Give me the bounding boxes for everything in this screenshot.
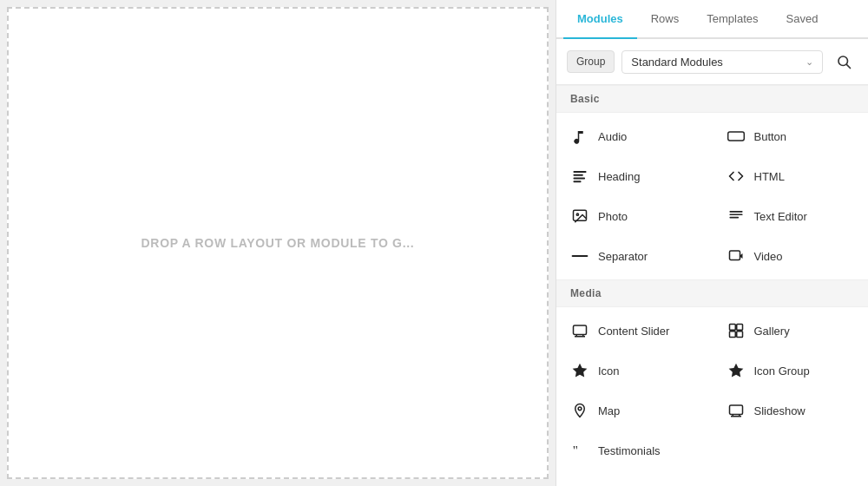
svg-marker-24: [728, 364, 743, 378]
section-media-header: Media: [556, 279, 868, 307]
module-label-button: Button: [754, 130, 787, 143]
svg-text:": ": [573, 443, 578, 457]
button-icon: [727, 127, 746, 146]
module-list: Basic Audio Button Heading: [556, 85, 868, 486]
svg-point-8: [576, 213, 578, 215]
filter-row: Group Standard Modules ⌄: [556, 39, 868, 85]
svg-rect-10: [729, 213, 742, 215]
html-icon: [727, 167, 746, 186]
svg-rect-4: [574, 174, 583, 176]
svg-rect-3: [574, 171, 587, 173]
module-item-photo[interactable]: Photo: [556, 196, 713, 236]
module-item-separator[interactable]: Separator: [556, 236, 713, 276]
svg-rect-13: [729, 251, 740, 260]
chevron-down-icon: ⌄: [806, 56, 813, 68]
right-panel: Modules Rows Templates Saved Group Stand…: [556, 0, 868, 486]
audio-icon: [570, 127, 589, 146]
module-label-separator: Separator: [598, 250, 648, 263]
svg-rect-7: [574, 210, 587, 220]
module-label-audio: Audio: [598, 130, 627, 143]
svg-line-1: [846, 64, 850, 68]
module-item-slideshow[interactable]: Slideshow: [713, 391, 869, 430]
module-label-video: Video: [754, 250, 783, 263]
module-label-content-slider: Content Slider: [598, 325, 669, 338]
text-editor-icon: [727, 207, 746, 226]
tab-saved[interactable]: Saved: [773, 0, 832, 39]
svg-rect-19: [729, 325, 735, 331]
tab-templates[interactable]: Templates: [693, 0, 772, 39]
search-icon: [836, 54, 852, 69]
separator-icon: [570, 246, 589, 266]
module-item-gallery[interactable]: Gallery: [713, 311, 869, 351]
media-module-grid: Content Slider Gallery Icon: [556, 307, 868, 474]
svg-rect-11: [729, 217, 739, 219]
svg-rect-9: [729, 211, 742, 213]
group-badge: Group: [567, 50, 615, 73]
module-dropdown-value: Standard Modules: [631, 56, 806, 69]
module-item-icon-group[interactable]: Icon Group: [713, 351, 869, 391]
icon-group-icon: [727, 361, 746, 380]
tab-rows[interactable]: Rows: [637, 0, 694, 39]
module-label-icon-group: Icon Group: [754, 364, 810, 378]
module-item-icon[interactable]: Icon: [556, 351, 713, 391]
map-icon: [570, 401, 589, 420]
basic-module-grid: Audio Button Heading HTML: [556, 113, 868, 279]
module-item-button[interactable]: Button: [713, 116, 869, 156]
svg-rect-21: [729, 332, 735, 338]
module-item-html[interactable]: HTML: [713, 156, 869, 196]
svg-rect-15: [574, 325, 587, 335]
module-item-heading[interactable]: Heading: [556, 156, 713, 196]
search-button[interactable]: [830, 48, 858, 76]
svg-rect-6: [574, 181, 582, 182]
canvas-placeholder-text: DROP A ROW LAYOUT OR MODULE TO G...: [141, 236, 415, 250]
svg-marker-23: [573, 364, 588, 378]
tab-bar: Modules Rows Templates Saved: [556, 0, 868, 39]
module-label-icon: Icon: [598, 364, 620, 378]
slideshow-icon: [727, 401, 746, 420]
module-item-map[interactable]: Map: [556, 391, 713, 430]
section-basic-header: Basic: [556, 85, 868, 113]
svg-rect-26: [729, 405, 742, 415]
module-label-slideshow: Slideshow: [754, 404, 806, 417]
content-slider-icon: [570, 321, 589, 340]
icon-module-icon: [570, 361, 589, 380]
module-label-html: HTML: [754, 170, 785, 183]
module-label-testimonials: Testimonials: [598, 444, 661, 457]
module-item-content-slider[interactable]: Content Slider: [556, 311, 713, 351]
gallery-icon: [727, 321, 746, 340]
svg-rect-5: [574, 178, 586, 180]
module-label-photo: Photo: [598, 210, 628, 223]
video-icon: [727, 246, 746, 266]
module-label-gallery: Gallery: [754, 325, 790, 338]
module-label-heading: Heading: [598, 170, 640, 183]
svg-rect-20: [736, 325, 742, 331]
module-item-testimonials[interactable]: " Testimonials: [556, 430, 713, 470]
photo-icon: [570, 207, 589, 226]
testimonials-icon: ": [570, 441, 589, 460]
svg-rect-22: [736, 332, 742, 338]
svg-point-25: [578, 407, 582, 410]
module-label-text-editor: Text Editor: [754, 210, 807, 223]
module-item-text-editor[interactable]: Text Editor: [713, 196, 869, 236]
heading-icon: [570, 167, 589, 186]
svg-rect-2: [727, 132, 744, 141]
tab-modules[interactable]: Modules: [563, 0, 637, 39]
module-item-audio[interactable]: Audio: [556, 116, 713, 156]
canvas-drop-zone[interactable]: DROP A ROW LAYOUT OR MODULE TO G...: [7, 7, 549, 479]
module-label-map: Map: [598, 404, 620, 417]
module-item-video[interactable]: Video: [713, 236, 869, 276]
module-dropdown[interactable]: Standard Modules ⌄: [621, 50, 823, 74]
